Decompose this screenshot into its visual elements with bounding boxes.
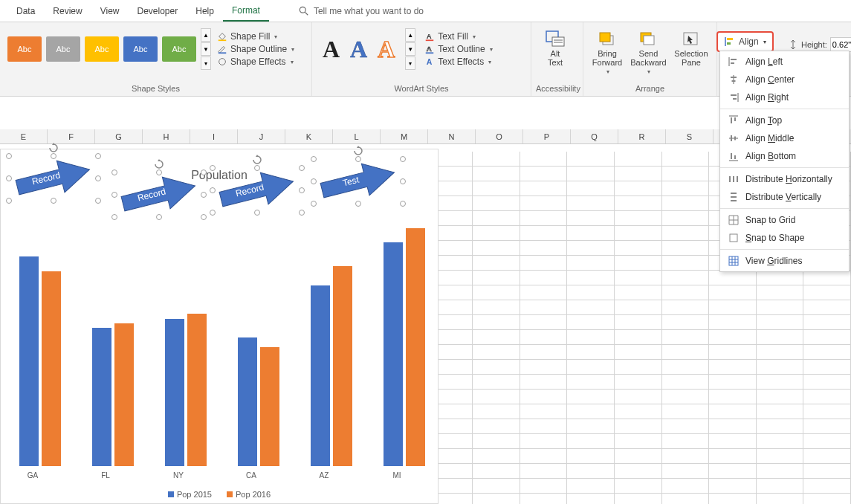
view-gridlines-item[interactable]: View Gridlines (720, 252, 849, 270)
align-button[interactable]: Align ▾ (716, 31, 774, 52)
shape-style-swatch[interactable]: Abc (123, 36, 158, 62)
svg-rect-20 (727, 38, 733, 40)
svg-rect-6 (426, 39, 434, 41)
align-left-icon (728, 56, 740, 68)
shape-effects-label: Shape Effects (230, 56, 286, 67)
column-header[interactable]: I (190, 129, 238, 143)
shape-style-gallery[interactable]: Abc Abc Abc Abc Abc ▲ ▼ ▾ (4, 25, 214, 73)
gallery-down-button[interactable]: ▼ (201, 42, 211, 56)
svg-rect-23 (731, 59, 737, 60)
selection-pane-icon (681, 30, 702, 48)
column-header[interactable]: O (476, 129, 523, 143)
align-top-item[interactable]: Align Top (720, 112, 849, 129)
column-header[interactable]: K (285, 129, 333, 143)
shape-style-swatch[interactable]: Abc (7, 36, 42, 62)
arrow-shape[interactable]: Test (314, 159, 403, 204)
text-outline-button[interactable]: A Text Outline▾ (424, 44, 492, 54)
text-outline-label: Text Outline (438, 44, 485, 54)
shape-style-swatch[interactable]: Abc (85, 36, 119, 62)
tab-format[interactable]: Format (223, 1, 269, 22)
align-center-icon (728, 74, 740, 85)
tab-review[interactable]: Review (44, 1, 91, 21)
align-left-item[interactable]: Align Left (720, 53, 849, 71)
svg-rect-27 (732, 80, 736, 82)
column-header[interactable]: M (381, 129, 428, 143)
tell-me-search[interactable]: Tell me what you want to do (299, 6, 424, 16)
height-icon (788, 39, 798, 50)
svg-rect-40 (729, 176, 731, 182)
distribute-vertical-item[interactable]: Distribute Vertically (720, 188, 849, 206)
snap-to-shape-item[interactable]: Snap to Shape (720, 229, 849, 247)
svg-rect-2 (219, 39, 227, 41)
shape-effects-button[interactable]: Shape Effects▾ (217, 56, 294, 67)
column-header[interactable]: R (618, 129, 666, 143)
alt-text-label: Alt Text (548, 49, 563, 67)
tab-view[interactable]: View (91, 1, 129, 21)
group-shape-styles: Abc Abc Abc Abc Abc ▲ ▼ ▾ Shape Fill▾ (0, 22, 312, 96)
shape-fill-button[interactable]: Shape Fill▾ (217, 31, 294, 42)
tab-developer[interactable]: Developer (129, 1, 187, 21)
alt-text-button[interactable]: Alt Text (539, 28, 572, 68)
chart-legend: Pop 2015Pop 2016 (1, 490, 438, 499)
arrow-shape[interactable]: Record (9, 156, 98, 201)
align-center-item[interactable]: Align Center (720, 71, 849, 88)
chevron-down-icon: ▾ (763, 39, 766, 45)
selection-pane-button[interactable]: Selection Pane (673, 28, 709, 68)
group-label: Shape Styles (4, 83, 307, 94)
column-header[interactable]: F (48, 129, 95, 143)
text-fill-button[interactable]: A Text Fill▾ (424, 31, 492, 42)
svg-text:A: A (427, 45, 432, 53)
axis-category-label: AZ (320, 471, 329, 479)
align-middle-item[interactable]: Align Middle (720, 129, 849, 147)
wordart-gallery[interactable]: A A A ▲ ▼ ▾ (317, 25, 421, 73)
align-top-icon (728, 114, 740, 126)
legend-item: Pop 2016 (227, 490, 271, 499)
arrow-shape[interactable]: Record (213, 168, 302, 213)
column-header[interactable]: H (143, 129, 190, 143)
column-header[interactable]: J (238, 129, 285, 143)
gallery-more-button[interactable]: ▾ (405, 56, 415, 70)
column-header[interactable]: Q (571, 129, 618, 143)
column-header[interactable]: G (95, 129, 143, 143)
distribute-horizontal-item[interactable]: Distribute Horizontally (720, 170, 849, 188)
column-header[interactable]: P (523, 129, 571, 143)
svg-rect-21 (727, 42, 731, 45)
wordart-style[interactable]: A (350, 36, 367, 63)
pencil-icon (217, 44, 227, 54)
svg-rect-43 (731, 193, 737, 194)
text-effects-button[interactable]: A Text Effects▾ (424, 56, 492, 67)
column-header[interactable]: E (0, 129, 48, 143)
shape-outline-button[interactable]: Shape Outline▾ (217, 44, 294, 54)
wordart-style[interactable]: A (323, 36, 340, 63)
chart-plot (8, 224, 430, 466)
align-bottom-item[interactable]: Align Bottom (720, 147, 849, 165)
svg-rect-24 (731, 62, 734, 64)
align-label: Align (739, 36, 759, 47)
bring-forward-label: Bring Forward (592, 49, 622, 67)
height-input[interactable] (830, 37, 851, 52)
wordart-style[interactable]: A (378, 36, 395, 63)
column-header[interactable]: S (666, 129, 714, 143)
shape-style-swatch[interactable]: Abc (162, 36, 196, 62)
snap-to-grid-item[interactable]: Snap to Grid (720, 211, 849, 229)
svg-rect-45 (731, 200, 737, 201)
svg-rect-41 (733, 176, 734, 182)
column-header[interactable]: L (333, 129, 381, 143)
gallery-up-button[interactable]: ▲ (201, 28, 211, 42)
svg-rect-35 (731, 135, 732, 141)
align-right-item[interactable]: Align Right (720, 88, 849, 106)
svg-rect-11 (552, 37, 564, 46)
gallery-down-button[interactable]: ▼ (405, 42, 415, 56)
gallery-more-button[interactable]: ▾ (201, 56, 211, 70)
send-backward-button[interactable]: Send Backward ▾ (630, 28, 667, 77)
gallery-up-button[interactable]: ▲ (405, 28, 415, 42)
ribbon-tabs: Data Review View Developer Help Format T… (0, 0, 851, 22)
tab-help[interactable]: Help (187, 1, 223, 21)
bring-forward-button[interactable]: Bring Forward ▾ (591, 28, 624, 77)
column-header[interactable]: N (428, 129, 476, 143)
shape-style-swatch[interactable]: Abc (46, 36, 80, 62)
tab-data[interactable]: Data (7, 1, 44, 21)
selection-pane-label: Selection Pane (674, 49, 708, 67)
snap-grid-icon (728, 214, 740, 226)
arrow-shape[interactable]: Record (114, 172, 204, 217)
